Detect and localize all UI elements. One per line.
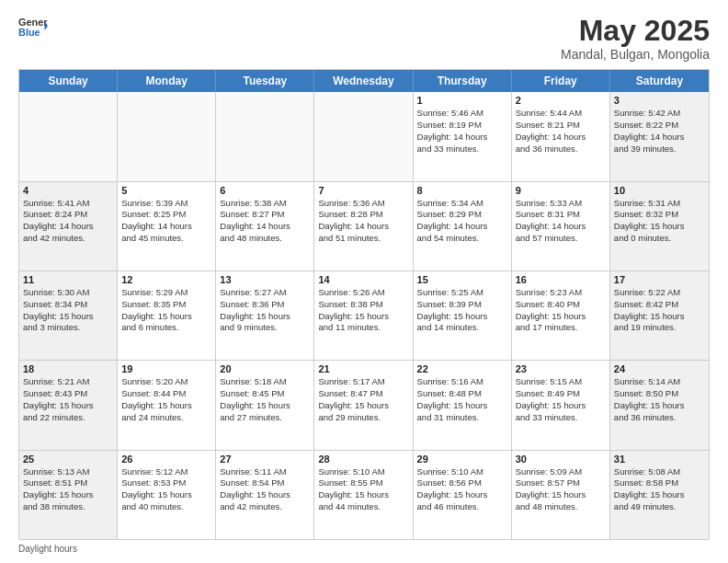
day-number: 3 — [614, 95, 705, 106]
day-info: Sunrise: 5:18 AM Sunset: 8:45 PM Dayligh… — [220, 376, 310, 423]
day-info: Sunrise: 5:42 AM Sunset: 8:22 PM Dayligh… — [614, 108, 705, 155]
day-cell — [19, 92, 118, 180]
day-number: 17 — [614, 274, 705, 285]
day-cell: 18Sunrise: 5:21 AM Sunset: 8:43 PM Dayli… — [19, 361, 118, 449]
day-number: 19 — [121, 363, 211, 374]
day-cell: 21Sunrise: 5:17 AM Sunset: 8:47 PM Dayli… — [314, 361, 413, 449]
day-number: 22 — [417, 363, 507, 374]
svg-text:Blue: Blue — [18, 27, 40, 38]
day-info: Sunrise: 5:10 AM Sunset: 8:55 PM Dayligh… — [318, 466, 408, 513]
day-info: Sunrise: 5:41 AM Sunset: 8:24 PM Dayligh… — [23, 198, 113, 245]
logo: General Blue — [18, 15, 48, 40]
day-info: Sunrise: 5:27 AM Sunset: 8:36 PM Dayligh… — [220, 287, 310, 334]
day-number: 29 — [417, 454, 507, 465]
day-header-friday: Friday — [512, 70, 610, 92]
day-info: Sunrise: 5:14 AM Sunset: 8:50 PM Dayligh… — [614, 376, 705, 423]
day-info: Sunrise: 5:23 AM Sunset: 8:40 PM Dayligh… — [516, 287, 606, 334]
day-number: 11 — [23, 274, 113, 285]
day-cell: 8Sunrise: 5:34 AM Sunset: 8:29 PM Daylig… — [414, 182, 512, 270]
day-info: Sunrise: 5:13 AM Sunset: 8:51 PM Dayligh… — [23, 466, 113, 513]
day-number: 23 — [516, 363, 606, 374]
logo-icon: General Blue — [18, 15, 48, 40]
day-info: Sunrise: 5:46 AM Sunset: 8:19 PM Dayligh… — [417, 108, 507, 155]
day-number: 9 — [516, 185, 606, 196]
day-cell: 20Sunrise: 5:18 AM Sunset: 8:45 PM Dayli… — [216, 361, 314, 449]
day-number: 18 — [23, 363, 113, 374]
day-cell: 29Sunrise: 5:10 AM Sunset: 8:56 PM Dayli… — [414, 451, 512, 539]
day-cell: 11Sunrise: 5:30 AM Sunset: 8:34 PM Dayli… — [19, 271, 118, 360]
day-cell: 9Sunrise: 5:33 AM Sunset: 8:31 PM Daylig… — [512, 182, 610, 270]
day-cell — [314, 92, 413, 180]
day-number: 4 — [23, 185, 113, 196]
day-cell: 24Sunrise: 5:14 AM Sunset: 8:50 PM Dayli… — [610, 361, 709, 449]
day-number: 21 — [318, 363, 408, 374]
day-cell: 25Sunrise: 5:13 AM Sunset: 8:51 PM Dayli… — [19, 451, 118, 539]
day-cell: 6Sunrise: 5:38 AM Sunset: 8:27 PM Daylig… — [216, 182, 314, 270]
day-info: Sunrise: 5:21 AM Sunset: 8:43 PM Dayligh… — [23, 376, 113, 423]
week-row-4: 18Sunrise: 5:21 AM Sunset: 8:43 PM Dayli… — [19, 361, 709, 450]
day-cell: 10Sunrise: 5:31 AM Sunset: 8:32 PM Dayli… — [610, 182, 709, 270]
day-number: 20 — [220, 363, 310, 374]
day-cell: 15Sunrise: 5:25 AM Sunset: 8:39 PM Dayli… — [414, 271, 512, 360]
day-number: 30 — [516, 454, 606, 465]
day-number: 5 — [121, 185, 211, 196]
day-info: Sunrise: 5:34 AM Sunset: 8:29 PM Dayligh… — [417, 198, 507, 245]
day-header-wednesday: Wednesday — [314, 70, 413, 92]
day-cell — [118, 92, 216, 180]
day-headers: SundayMondayTuesdayWednesdayThursdayFrid… — [19, 70, 709, 92]
day-number: 31 — [614, 454, 705, 465]
day-number: 27 — [220, 454, 310, 465]
day-info: Sunrise: 5:09 AM Sunset: 8:57 PM Dayligh… — [516, 466, 606, 513]
day-number: 1 — [417, 95, 507, 106]
week-row-5: 25Sunrise: 5:13 AM Sunset: 8:51 PM Dayli… — [19, 451, 709, 539]
day-cell: 5Sunrise: 5:39 AM Sunset: 8:25 PM Daylig… — [118, 182, 216, 270]
day-number: 28 — [318, 454, 408, 465]
subtitle: Mandal, Bulgan, Mongolia — [561, 47, 710, 62]
page: General Blue May 2025 Mandal, Bulgan, Mo… — [0, 0, 728, 563]
day-info: Sunrise: 5:31 AM Sunset: 8:32 PM Dayligh… — [614, 198, 705, 245]
week-row-3: 11Sunrise: 5:30 AM Sunset: 8:34 PM Dayli… — [19, 271, 709, 361]
day-cell: 22Sunrise: 5:16 AM Sunset: 8:48 PM Dayli… — [414, 361, 512, 449]
day-cell: 26Sunrise: 5:12 AM Sunset: 8:53 PM Dayli… — [118, 451, 216, 539]
day-cell: 1Sunrise: 5:46 AM Sunset: 8:19 PM Daylig… — [414, 92, 512, 180]
day-cell: 31Sunrise: 5:08 AM Sunset: 8:58 PM Dayli… — [610, 451, 709, 539]
day-number: 7 — [318, 185, 408, 196]
day-cell: 16Sunrise: 5:23 AM Sunset: 8:40 PM Dayli… — [512, 271, 610, 360]
day-cell: 2Sunrise: 5:44 AM Sunset: 8:21 PM Daylig… — [512, 92, 610, 180]
day-info: Sunrise: 5:44 AM Sunset: 8:21 PM Dayligh… — [516, 108, 606, 155]
day-number: 26 — [121, 454, 211, 465]
footer: Daylight hours — [18, 544, 710, 554]
day-cell: 30Sunrise: 5:09 AM Sunset: 8:57 PM Dayli… — [512, 451, 610, 539]
day-info: Sunrise: 5:39 AM Sunset: 8:25 PM Dayligh… — [121, 198, 211, 245]
day-info: Sunrise: 5:33 AM Sunset: 8:31 PM Dayligh… — [516, 198, 606, 245]
day-cell: 12Sunrise: 5:29 AM Sunset: 8:35 PM Dayli… — [118, 271, 216, 360]
weeks: 1Sunrise: 5:46 AM Sunset: 8:19 PM Daylig… — [19, 92, 709, 539]
day-info: Sunrise: 5:25 AM Sunset: 8:39 PM Dayligh… — [417, 287, 507, 334]
day-cell: 4Sunrise: 5:41 AM Sunset: 8:24 PM Daylig… — [19, 182, 118, 270]
day-number: 12 — [121, 274, 211, 285]
day-cell: 3Sunrise: 5:42 AM Sunset: 8:22 PM Daylig… — [610, 92, 709, 180]
day-header-sunday: Sunday — [19, 70, 118, 92]
day-number: 10 — [614, 185, 705, 196]
day-number: 8 — [417, 185, 507, 196]
day-info: Sunrise: 5:11 AM Sunset: 8:54 PM Dayligh… — [220, 466, 310, 513]
day-info: Sunrise: 5:12 AM Sunset: 8:53 PM Dayligh… — [121, 466, 211, 513]
month-title: May 2025 — [561, 15, 710, 47]
day-cell: 28Sunrise: 5:10 AM Sunset: 8:55 PM Dayli… — [314, 451, 413, 539]
day-cell: 14Sunrise: 5:26 AM Sunset: 8:38 PM Dayli… — [314, 271, 413, 360]
day-number: 2 — [516, 95, 606, 106]
day-info: Sunrise: 5:20 AM Sunset: 8:44 PM Dayligh… — [121, 376, 211, 423]
day-cell: 23Sunrise: 5:15 AM Sunset: 8:49 PM Dayli… — [512, 361, 610, 449]
day-info: Sunrise: 5:30 AM Sunset: 8:34 PM Dayligh… — [23, 287, 113, 334]
day-info: Sunrise: 5:15 AM Sunset: 8:49 PM Dayligh… — [516, 376, 606, 423]
day-cell: 27Sunrise: 5:11 AM Sunset: 8:54 PM Dayli… — [216, 451, 314, 539]
day-cell — [216, 92, 314, 180]
day-number: 25 — [23, 454, 113, 465]
day-number: 14 — [318, 274, 408, 285]
day-info: Sunrise: 5:29 AM Sunset: 8:35 PM Dayligh… — [121, 287, 211, 334]
day-info: Sunrise: 5:17 AM Sunset: 8:47 PM Dayligh… — [318, 376, 408, 423]
day-number: 6 — [220, 185, 310, 196]
day-number: 15 — [417, 274, 507, 285]
day-info: Sunrise: 5:22 AM Sunset: 8:42 PM Dayligh… — [614, 287, 705, 334]
day-header-tuesday: Tuesday — [216, 70, 314, 92]
